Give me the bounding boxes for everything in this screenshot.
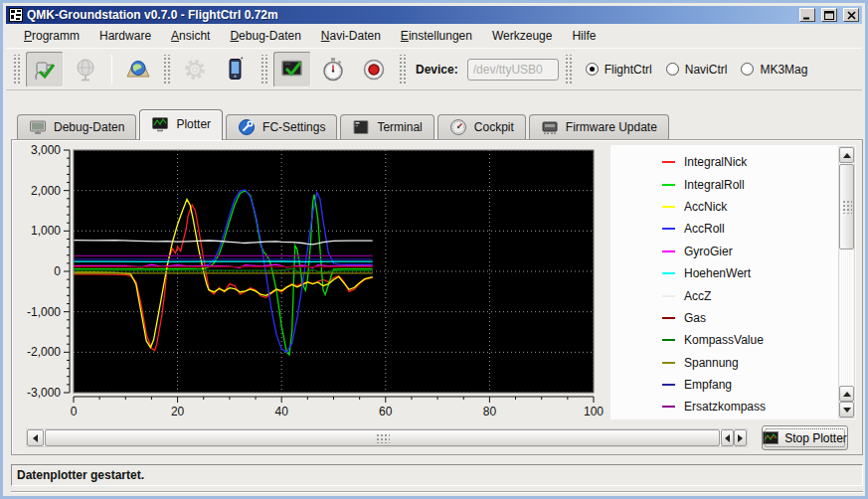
legend-entry-gas[interactable]: Gas <box>610 307 836 329</box>
tab-terminal[interactable]: Terminal <box>340 114 434 139</box>
title-bar: QMK-Groundstation v0.7.0 - FlightCtrl 0.… <box>6 6 862 24</box>
legend-entry-ersatzkompass[interactable]: Ersatzkompass <box>610 396 836 417</box>
scroll-up-button-2[interactable] <box>839 386 854 402</box>
radio-label: NaviCtrl <box>685 63 728 77</box>
x-tick-label: 60 <box>379 405 393 418</box>
x-tick-label: 100 <box>584 405 604 418</box>
radio-circle-flightctrl[interactable] <box>586 63 599 76</box>
legend-label: Empfang <box>684 378 732 392</box>
device-label: Device: <box>416 63 458 77</box>
legend-entry-kompassvalue[interactable]: KompassValue <box>610 329 836 351</box>
tab-label: Firmware Update <box>566 120 657 134</box>
menu-item-navi-daten[interactable]: Navi-Daten <box>311 26 391 46</box>
tab-debug-daten[interactable]: Debug-Daten <box>17 114 136 139</box>
tab-bar: Debug-DatenPlotterFC-SettingsTerminalCoc… <box>17 114 672 139</box>
x-tick-label: 0 <box>71 405 78 418</box>
maximize-icon <box>824 11 834 20</box>
radio-circle-mk3mag[interactable] <box>741 63 754 76</box>
fc-settings-tab-icon <box>238 118 256 136</box>
legend-label: IntegralRoll <box>684 178 745 192</box>
x-tick-label: 80 <box>483 405 497 418</box>
close-button[interactable] <box>843 8 859 22</box>
legend-color-dash <box>662 317 675 319</box>
stopwatch-button[interactable] <box>314 52 352 87</box>
legend-entry-empfang[interactable]: Empfang <box>610 374 836 396</box>
terminal-check-button[interactable] <box>273 52 311 87</box>
arrow-right-icon <box>738 434 743 442</box>
y-tick-label: -3,000 <box>27 386 61 400</box>
status-bar-divider <box>11 491 863 493</box>
toolbar-handle[interactable] <box>398 55 407 84</box>
firmware-tab-icon <box>541 118 559 136</box>
legend-entry-integralroll[interactable]: IntegralRoll <box>610 173 836 195</box>
legend-entry-spannung[interactable]: Spannung <box>610 352 836 374</box>
plot-legend: IntegralNickIntegralRollAccNickAccRollGy… <box>610 145 856 419</box>
menu-item-debug-daten[interactable]: Debug-Daten <box>220 26 310 46</box>
tab-firmware-update[interactable]: Firmware Update <box>529 114 669 139</box>
toolbar-handle[interactable] <box>260 55 268 84</box>
toolbar-handle[interactable] <box>162 55 171 84</box>
toolbar-handle[interactable] <box>12 55 21 84</box>
scroll-left-button-2[interactable] <box>721 429 734 446</box>
scroll-up-button[interactable] <box>839 147 854 163</box>
legend-entry-hoehenwert[interactable]: HoehenWert <box>610 262 836 284</box>
radio-circle-navictrl[interactable] <box>666 63 679 76</box>
google-earth-button[interactable] <box>119 52 157 87</box>
menu-item-programm[interactable]: Programm <box>14 26 89 46</box>
legend-scrollbar-track[interactable] <box>839 250 854 386</box>
menu-item-werkzeuge[interactable]: Werkzeuge <box>482 26 562 46</box>
legend-scrollbar[interactable] <box>838 146 855 418</box>
horizontal-scrollbar-thumb[interactable] <box>45 429 720 446</box>
menu-item-hardware[interactable]: Hardware <box>89 26 161 46</box>
plot-horizontal-scrollbar[interactable] <box>26 428 748 447</box>
y-tick-label: -2,000 <box>27 345 61 359</box>
usb-connect-icon <box>32 57 58 83</box>
radio-flightctrl[interactable]: FlightCtrl <box>586 63 652 77</box>
arrow-left-icon <box>725 434 730 442</box>
tab-label: Terminal <box>377 120 422 134</box>
menu-item-ansicht[interactable]: Ansicht <box>161 26 220 46</box>
scroll-right-button[interactable] <box>734 429 747 446</box>
globe-button[interactable] <box>67 52 104 87</box>
y-tick-label: -1,000 <box>27 305 61 319</box>
y-tick-label: 1,000 <box>31 224 61 238</box>
legend-entries: IntegralNickIntegralRollAccNickAccRollGy… <box>610 151 836 418</box>
radio-label: MK3Mag <box>760 63 807 77</box>
radio-mk3mag[interactable]: MK3Mag <box>741 63 807 77</box>
tab-cockpit[interactable]: Cockpit <box>437 114 526 139</box>
legend-entry-gyrogier[interactable]: GyroGier <box>610 241 836 262</box>
legend-entry-accz[interactable]: AccZ <box>610 284 836 306</box>
x-tick-label: 20 <box>171 405 185 418</box>
plot-svg: 3,0002,0001,0000-1,000-2,000-3,000020406… <box>20 143 616 423</box>
legend-entry-accnick[interactable]: AccNick <box>610 196 836 218</box>
toolbar-separator <box>111 55 112 84</box>
terminal-tab-icon <box>352 118 370 136</box>
stop-plotter-button[interactable]: Stop Plotter <box>762 425 848 450</box>
legend-entry-integralnick[interactable]: IntegralNick <box>610 151 836 173</box>
legend-scrollbar-thumb[interactable] <box>839 164 854 250</box>
menu-item-einstellungen[interactable]: Einstellungen <box>391 26 482 46</box>
tab-fc-settings[interactable]: FC-Settings <box>226 114 337 139</box>
usb-connect-button[interactable] <box>26 52 64 87</box>
radio-label: FlightCtrl <box>605 63 652 77</box>
y-tick-label: 2,000 <box>31 184 61 198</box>
minimize-button[interactable] <box>799 8 815 22</box>
arrow-up-icon <box>843 392 851 397</box>
radio-navictrl[interactable]: NaviCtrl <box>666 63 728 77</box>
maximize-button[interactable] <box>821 8 837 22</box>
legend-label: Spannung <box>684 356 739 370</box>
menu-item-hilfe[interactable]: Hilfe <box>562 26 606 46</box>
toolbar-handle[interactable] <box>564 55 573 84</box>
device-input[interactable] <box>467 59 559 81</box>
record-button[interactable] <box>355 52 393 87</box>
scroll-down-button[interactable] <box>839 402 854 417</box>
scroll-left-button[interactable] <box>27 429 44 446</box>
tab-plotter[interactable]: Plotter <box>139 109 223 140</box>
settings-gear-button[interactable] <box>176 52 214 87</box>
tab-label: Plotter <box>176 117 211 131</box>
pda-button[interactable] <box>217 52 255 87</box>
legend-color-dash <box>662 362 675 364</box>
legend-entry-accroll[interactable]: AccRoll <box>610 218 836 240</box>
legend-color-dash <box>662 384 675 386</box>
settings-gear-icon <box>182 57 208 83</box>
